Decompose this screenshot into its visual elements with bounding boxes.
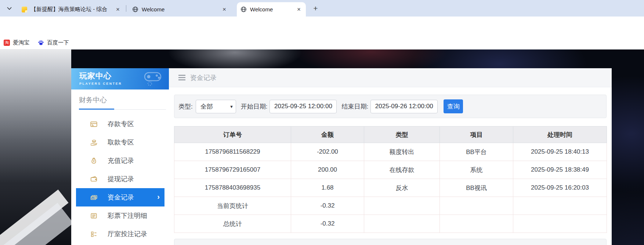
table-cell xyxy=(364,215,440,233)
lottery-list-icon xyxy=(90,212,98,220)
table-row: 总统计-0.32 xyxy=(174,215,607,233)
table-cell xyxy=(364,197,440,215)
browser-toolbar: js13.cc/hhcp/usercenter.html?iniType=2 xyxy=(0,17,644,36)
hamburger-icon[interactable] xyxy=(178,75,185,80)
sidebar-section-title: 财务中心 xyxy=(71,89,169,109)
pagination-bar xyxy=(174,239,607,245)
table-cell xyxy=(440,197,513,215)
table-cell: 额度转出 xyxy=(364,143,440,161)
table-cell: 2025-09-25 16:20:03 xyxy=(513,179,607,197)
sidebar-item[interactable]: 彩票下注明细 xyxy=(71,206,169,225)
column-header: 订单号 xyxy=(174,127,291,143)
table-cell xyxy=(440,215,513,233)
sidebar-item-label: 资金记录 xyxy=(108,193,134,202)
tab-close-icon[interactable]: × xyxy=(115,6,121,13)
filter-bar: 类型: 全部 ▾ 开始日期: 结束日期: 查询 xyxy=(174,95,607,118)
table-row: 17587884036989351.68反水BB视讯2025-09-25 16:… xyxy=(174,179,607,197)
gamepad-icon xyxy=(143,70,164,87)
table-cell xyxy=(513,215,607,233)
query-button[interactable]: 查询 xyxy=(444,99,463,113)
tab[interactable]: Welcome× xyxy=(129,2,231,17)
end-date-label: 结束日期: xyxy=(341,102,368,111)
table-cell: 2025-09-25 18:40:13 xyxy=(513,143,607,161)
table-cell: -0.32 xyxy=(291,197,364,215)
table-cell: BB视讯 xyxy=(440,179,513,197)
globe-icon xyxy=(132,6,138,12)
sidebar-item-label: 厅室投注记录 xyxy=(108,230,147,238)
sidebar-item-label: 充值记录 xyxy=(108,156,134,165)
sidebar-item-label: 彩票下注明细 xyxy=(108,211,147,220)
table-cell xyxy=(513,197,607,215)
sidebar-item[interactable]: 资金记录› xyxy=(76,188,164,206)
bookmark-item[interactable]: 百度一下 xyxy=(38,36,69,49)
sidebar-item[interactable]: 存款专区 xyxy=(71,115,169,133)
svg-text:¥: ¥ xyxy=(93,160,95,163)
player-center-sidebar: 玩家中心 PLAYERS CENTER 财务中心 存款专区取款专区¥充值记录提现… xyxy=(71,68,169,245)
tab[interactable]: 【新提醒】海燕策略论坛 - 综合× xyxy=(18,2,125,17)
background-left-gradient xyxy=(0,50,71,245)
page-background: 玩家中心 PLAYERS CENTER 财务中心 存款专区取款专区¥充值记录提现… xyxy=(0,50,644,245)
tab-search-button[interactable] xyxy=(5,4,13,12)
globe-icon xyxy=(240,6,247,12)
column-header: 处理时间 xyxy=(513,127,607,143)
funds-record-table: 订单号金额类型项目处理时间 1758796811568229-202.00额度转… xyxy=(174,126,607,233)
tab-close-icon[interactable]: × xyxy=(296,6,302,13)
sidebar-item[interactable]: ¥充值记录 xyxy=(71,151,169,170)
table-cell: 总统计 xyxy=(174,215,291,233)
bookmark-label: 百度一下 xyxy=(47,39,69,46)
funds-icon xyxy=(90,194,98,201)
table-body: 1758796811568229-202.00额度转出BB平台2025-09-2… xyxy=(174,143,607,233)
table-cell: 当前页统计 xyxy=(174,197,291,215)
sidebar-item[interactable]: 厅室投注记录 xyxy=(71,225,169,243)
sidebar-item[interactable]: 取款专区 xyxy=(71,133,169,151)
table-cell: 1.68 xyxy=(291,179,364,197)
page-title: 资金记录 xyxy=(190,73,217,82)
table-cell: 系统 xyxy=(440,161,513,179)
table-cell: 1758796729165007 xyxy=(174,161,291,179)
table-header-row: 订单号金额类型项目处理时间 xyxy=(174,127,607,143)
bookmark-item[interactable]: 淘爱淘宝 xyxy=(4,36,29,49)
bookmark-label: 爱淘宝 xyxy=(13,39,29,46)
table-row: 1758796729165007200.00在线存款系统2025-09-25 1… xyxy=(174,161,607,179)
table-cell: BB平台 xyxy=(440,143,513,161)
new-tab-button[interactable]: + xyxy=(311,3,321,13)
moneybag-icon: ¥ xyxy=(90,157,98,165)
column-header: 类型 xyxy=(364,127,440,143)
table-cell: 反水 xyxy=(364,179,440,197)
table-cell: -202.00 xyxy=(291,143,364,161)
tab-title: Welcome xyxy=(250,6,292,12)
start-date-label: 开始日期: xyxy=(241,102,268,111)
tab-title: 【新提醒】海燕策略论坛 - 综合 xyxy=(31,6,111,13)
type-label: 类型: xyxy=(178,102,193,111)
sidebar-item[interactable]: 提现记录 xyxy=(71,170,169,188)
sidebar-item-label: 提现记录 xyxy=(108,175,134,183)
column-header: 项目 xyxy=(440,127,513,143)
tab[interactable]: Welcome× xyxy=(237,2,306,17)
type-select[interactable]: 全部 xyxy=(196,100,236,113)
table-cell: -0.32 xyxy=(291,215,364,233)
tab-close-icon[interactable]: × xyxy=(221,6,228,13)
section-divider xyxy=(79,109,166,110)
start-date-input[interactable] xyxy=(269,100,337,113)
main-content: 类型: 全部 ▾ 开始日期: 结束日期: 查询 订单号金额类型项目处理时间 17… xyxy=(169,87,612,245)
column-header: 金额 xyxy=(291,127,364,143)
end-date-input[interactable] xyxy=(370,100,438,113)
main-header: 资金记录 xyxy=(169,68,612,87)
sidebar-item-label: 取款专区 xyxy=(108,138,134,147)
bookmarks-bar: 淘爱淘宝百度一下 xyxy=(0,36,644,50)
table-row: 1758796811568229-202.00额度转出BB平台2025-09-2… xyxy=(174,143,607,161)
tab-divider xyxy=(126,5,126,12)
sidebar-item-label: 存款专区 xyxy=(108,120,134,128)
wallet-icon xyxy=(90,175,98,183)
table-row: 当前页统计-0.32 xyxy=(174,197,607,215)
main-panel: 资金记录 类型: 全部 ▾ 开始日期: 结束日期: 查询 订单号金额类型项目处理… xyxy=(169,68,612,245)
sidebar-menu: 存款专区取款专区¥充值记录提现记录资金记录›彩票下注明细厅室投注记录 xyxy=(71,115,169,243)
sidebar-header: 玩家中心 PLAYERS CENTER xyxy=(71,68,169,89)
deposit-card-icon xyxy=(90,120,98,128)
baidu-paw-icon xyxy=(38,40,44,46)
chevron-right-icon: › xyxy=(157,193,160,201)
table-cell: 1758796811568229 xyxy=(174,143,291,161)
table-cell: 在线存款 xyxy=(364,161,440,179)
table-cell: 200.00 xyxy=(291,161,364,179)
hall-bet-icon xyxy=(90,230,98,238)
